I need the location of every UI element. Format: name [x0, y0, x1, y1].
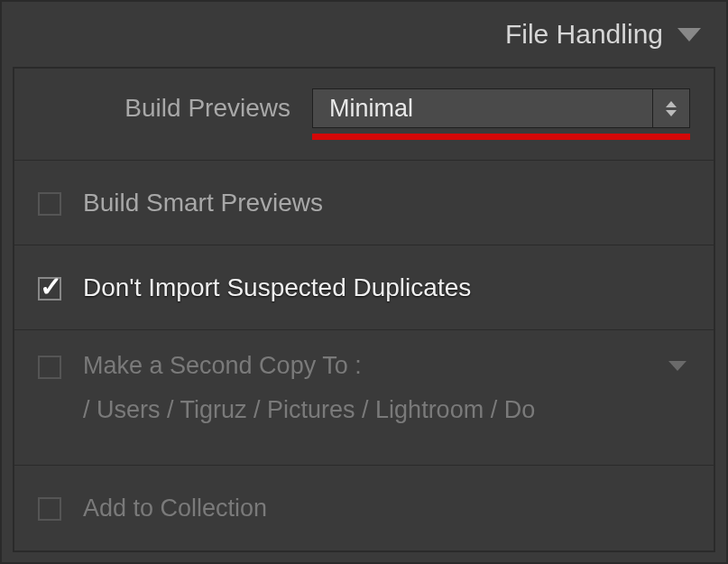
build-previews-label: Build Previews [38, 88, 290, 123]
panel-header[interactable]: File Handling [2, 2, 726, 67]
panel-body: Build Previews Minimal Build Smart Previ… [13, 67, 715, 552]
panel-title: File Handling [505, 19, 663, 50]
no-duplicates-checkbox[interactable]: ✓ [38, 277, 61, 300]
chevron-down-icon[interactable] [668, 361, 687, 371]
build-smart-previews-checkbox[interactable] [38, 192, 61, 216]
second-copy-path: / Users / Tigruz / Pictures / Lightroom … [38, 396, 690, 424]
second-copy-row: Make a Second Copy To : / Users / Tigruz… [14, 330, 714, 466]
build-previews-value: Minimal [313, 89, 653, 127]
add-to-collection-label: Add to Collection [83, 495, 267, 522]
dropdown-stepper-icon [653, 89, 689, 127]
file-handling-panel: File Handling Build Previews Minimal Bui… [0, 0, 728, 564]
add-to-collection-checkbox[interactable] [38, 497, 61, 521]
add-to-collection-row: Add to Collection [14, 466, 714, 550]
build-smart-previews-row: Build Smart Previews [14, 161, 714, 245]
build-smart-previews-label: Build Smart Previews [83, 189, 323, 217]
second-copy-checkbox[interactable] [38, 356, 61, 379]
build-previews-row: Build Previews Minimal [14, 69, 714, 161]
highlight-underline [312, 134, 690, 140]
build-previews-dropdown-wrap: Minimal [312, 88, 690, 140]
checkmark-icon: ✓ [40, 280, 62, 293]
build-previews-dropdown[interactable]: Minimal [312, 88, 690, 128]
no-duplicates-row: ✓ Don't Import Suspected Duplicates [14, 245, 714, 330]
collapse-icon [677, 28, 701, 42]
second-copy-label: Make a Second Copy To : [83, 352, 362, 380]
no-duplicates-label: Don't Import Suspected Duplicates [83, 273, 471, 302]
